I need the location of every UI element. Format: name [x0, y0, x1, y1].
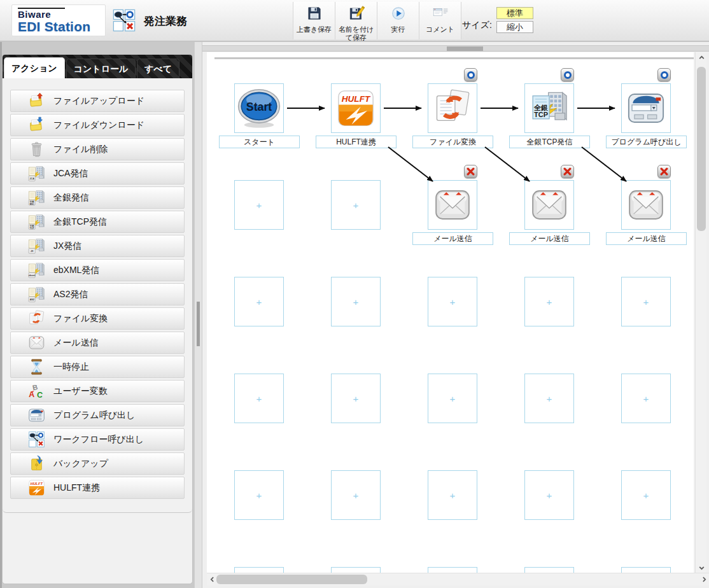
horizontal-scrollbar-thumb[interactable]: [216, 575, 367, 584]
scroll-up-button[interactable]: [696, 52, 707, 62]
node-label-zengin-tcp-1[interactable]: 全銀TCP発信: [509, 136, 590, 148]
save-as-button[interactable]: 名前を付けて保存: [335, 2, 377, 39]
canvas-empty-cell[interactable]: +: [428, 470, 477, 520]
error-badge[interactable]: [657, 165, 671, 178]
horizontal-scrollbar[interactable]: [207, 573, 709, 585]
node-label-start[interactable]: スタート: [219, 136, 300, 148]
save-overwrite-button[interactable]: 上書き保存: [293, 2, 335, 39]
canvas-empty-cell[interactable]: +: [428, 567, 477, 573]
condition-badge[interactable]: [657, 68, 671, 81]
canvas-empty-cell[interactable]: +: [331, 277, 381, 326]
sidebar-item-ebxml-send[interactable]: ebxmlebXML発信: [10, 259, 185, 281]
vertical-splitter-handle[interactable]: [197, 302, 200, 346]
blue-ring-icon: [661, 71, 668, 79]
run-button[interactable]: 実行: [377, 2, 419, 39]
sidebar-item-label: ebXML発信: [53, 265, 99, 276]
toolbar-button-label: コメント: [425, 25, 456, 34]
page-edge-rule: [214, 57, 694, 59]
canvas-empty-cell[interactable]: +: [621, 374, 671, 423]
node-start[interactable]: Start: [234, 83, 284, 133]
canvas-empty-cell[interactable]: +: [524, 470, 574, 520]
comment-button[interactable]: コメント: [419, 2, 461, 39]
vertical-scrollbar-thumb[interactable]: [697, 67, 706, 231]
node-mail-2[interactable]: [524, 180, 574, 230]
canvas-empty-cell[interactable]: +: [621, 567, 671, 573]
sidebar-item-hulft[interactable]: HULFTHULFT連携: [10, 477, 185, 499]
canvas-empty-cell[interactable]: +: [524, 567, 574, 573]
canvas-empty-cell[interactable]: +: [234, 567, 284, 573]
scroll-right-button[interactable]: [699, 573, 709, 585]
sidebar-item-backup[interactable]: バックアップ: [10, 452, 185, 475]
sidebar-item-jca-send[interactable]: JCAJCA発信: [10, 162, 185, 185]
node-file-convert-1[interactable]: [428, 83, 477, 133]
workflow-icon: [112, 8, 136, 32]
sidebar-item-file-upload[interactable]: ファイルアップロード: [10, 90, 185, 112]
toolbar: 上書き保存名前を付けて保存実行コメント: [293, 2, 461, 39]
node-label-file-convert-1[interactable]: ファイル変換: [412, 136, 493, 148]
sidebar-item-as2-send[interactable]: AS2AS2発信: [10, 283, 185, 305]
canvas-empty-cell[interactable]: +: [621, 470, 671, 520]
palette-tab-control[interactable]: コントロール: [66, 59, 136, 78]
canvas-empty-cell[interactable]: +: [428, 277, 477, 326]
scroll-down-button[interactable]: [696, 563, 707, 573]
node-label-mail-3[interactable]: メール送信: [606, 232, 687, 245]
svg-text:BSC: BSC: [30, 203, 35, 206]
node-mail-1[interactable]: [428, 180, 477, 230]
error-badge[interactable]: [561, 165, 574, 178]
size-option-standard[interactable]: 標準: [496, 7, 533, 19]
horizontal-splitter-handle[interactable]: [447, 46, 483, 51]
sidebar-item-file-convert[interactable]: ファイル変換: [10, 307, 185, 330]
add-node-plus: +: [547, 394, 552, 403]
sidebar-item-user-variable[interactable]: BACユーザー変数: [10, 380, 185, 402]
size-option-reduced[interactable]: 縮小: [496, 21, 533, 33]
scroll-left-button[interactable]: [207, 573, 217, 585]
node-mail-3[interactable]: [621, 180, 671, 230]
add-node-plus: +: [353, 394, 359, 403]
canvas-empty-cell[interactable]: +: [331, 374, 381, 423]
node-label-mail-1[interactable]: メール送信: [412, 232, 493, 245]
node-hulft-1[interactable]: HULFT: [331, 83, 381, 133]
brand-product: EDI Station: [18, 19, 105, 34]
canvas-empty-cell[interactable]: +: [331, 180, 381, 230]
canvas-empty-cell[interactable]: +: [621, 277, 671, 326]
sidebar-item-jx-send[interactable]: JXJX発信: [10, 235, 185, 257]
palette-tab-action[interactable]: アクション: [4, 57, 65, 78]
sidebar-item-zengin-send[interactable]: 全銀BSC全銀発信: [10, 186, 185, 209]
canvas-empty-cell[interactable]: +: [428, 374, 477, 423]
node-label-program-call-1[interactable]: プログラム呼び出し: [606, 136, 687, 148]
sidebar-item-label: ファイル変換: [53, 313, 108, 325]
horizontal-splitter[interactable]: [202, 45, 709, 52]
vertical-splitter[interactable]: [194, 42, 202, 588]
toolbar-button-label: 実行: [390, 25, 407, 34]
blue-ring-icon: [467, 71, 475, 79]
sidebar-item-file-delete[interactable]: ファイル削除: [10, 138, 185, 160]
condition-badge[interactable]: [464, 68, 477, 81]
size-control: サイズ: 標準縮小: [462, 0, 545, 41]
node-label-hulft-1[interactable]: HULFT連携: [316, 136, 397, 148]
palette-tab-all[interactable]: すべて: [137, 59, 179, 78]
sidebar-item-zengin-tcp-send[interactable]: 全銀TCP全銀TCP発信: [10, 211, 185, 233]
sidebar-item-workflow-call[interactable]: ワークフロー呼び出し: [10, 428, 185, 451]
node-label-mail-2[interactable]: メール送信: [509, 232, 590, 245]
node-zengin-tcp-1[interactable]: 全銀TCP: [524, 83, 574, 133]
canvas-empty-cell[interactable]: +: [331, 567, 381, 573]
sidebar-item-file-download[interactable]: ファイルダウンロード: [10, 114, 185, 136]
canvas-empty-cell[interactable]: +: [331, 470, 381, 520]
sidebar-item-mail-send[interactable]: メール送信: [10, 332, 185, 354]
add-node-plus: +: [256, 491, 262, 500]
canvas-empty-cell[interactable]: +: [234, 470, 284, 520]
sidebar-item-program-call[interactable]: プログラム呼び出し: [10, 404, 185, 426]
vertical-scrollbar[interactable]: [695, 52, 706, 573]
canvas-empty-cell[interactable]: +: [524, 374, 574, 423]
palette-item-list: ファイルアップロードファイルダウンロードファイル削除JCAJCA発信全銀BSC全…: [10, 90, 185, 501]
sidebar-item-pause[interactable]: 一時停止: [10, 356, 185, 378]
canvas-empty-cell[interactable]: +: [524, 277, 574, 326]
condition-badge[interactable]: [561, 68, 574, 81]
canvas-empty-cell[interactable]: +: [234, 374, 284, 423]
canvas-empty-cell[interactable]: +: [234, 180, 284, 230]
chevron-down-icon: [698, 564, 705, 571]
node-program-call-1[interactable]: [621, 83, 671, 133]
error-badge[interactable]: [464, 165, 477, 178]
add-node-plus: +: [450, 394, 456, 403]
canvas-empty-cell[interactable]: +: [234, 277, 284, 326]
